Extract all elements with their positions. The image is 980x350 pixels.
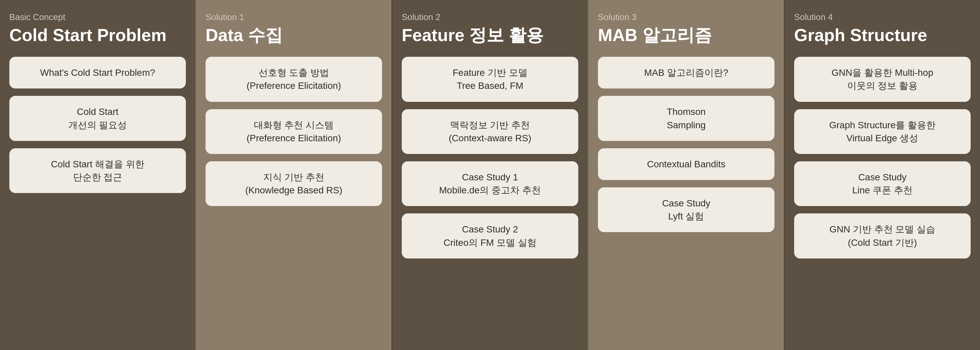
cards-list-5: GNN을 활용한 Multi-hop이웃의 정보 활용Graph Structu… xyxy=(794,57,970,259)
column-title-4: MAB 알고리즘 xyxy=(598,26,775,45)
card-2-3[interactable]: 지식 기반 추천(Knowledge Based RS) xyxy=(205,161,382,206)
column-subtitle-1: Basic Concept xyxy=(10,12,186,22)
main-layout: Basic ConceptCold Start ProblemWhat's Co… xyxy=(0,0,980,350)
card-text-1-1: What's Cold Start Problem? xyxy=(16,66,179,79)
card-text-5-3: Case StudyLine 쿠폰 추천 xyxy=(801,171,964,197)
card-text-4-4: Case StudyLyft 실험 xyxy=(605,197,768,223)
column-header-1: Basic ConceptCold Start Problem xyxy=(10,12,186,45)
card-text-4-2: ThomsonSampling xyxy=(605,105,768,131)
column-subtitle-4: Solution 3 xyxy=(598,12,775,22)
card-5-2[interactable]: Graph Structure를 활용한Virtual Edge 생성 xyxy=(794,109,970,154)
card-1-1[interactable]: What's Cold Start Problem? xyxy=(10,57,186,88)
card-4-3[interactable]: Contextual Bandits xyxy=(598,148,775,180)
card-5-1[interactable]: GNN을 활용한 Multi-hop이웃의 정보 활용 xyxy=(794,57,970,102)
column-5: Solution 4Graph StructureGNN을 활용한 Multi-… xyxy=(784,0,980,350)
card-3-2[interactable]: 맥락정보 기반 추천(Context-aware RS) xyxy=(402,109,578,154)
card-text-1-3: Cold Start 해결을 위한단순한 접근 xyxy=(16,158,179,184)
column-header-3: Solution 2Feature 정보 활용 xyxy=(402,12,578,45)
column-header-5: Solution 4Graph Structure xyxy=(794,12,970,45)
card-2-2[interactable]: 대화형 추천 시스템(Preference Elicitation) xyxy=(205,109,382,154)
card-4-2[interactable]: ThomsonSampling xyxy=(598,96,775,141)
column-subtitle-2: Solution 1 xyxy=(205,12,382,22)
column-3: Solution 2Feature 정보 활용Feature 기반 모델Tree… xyxy=(391,0,588,350)
card-text-2-2: 대화형 추천 시스템(Preference Elicitation) xyxy=(212,118,375,145)
cards-list-4: MAB 알고리즘이란?ThomsonSamplingContextual Ban… xyxy=(598,57,775,232)
card-text-5-2: Graph Structure를 활용한Virtual Edge 생성 xyxy=(801,118,964,145)
card-4-1[interactable]: MAB 알고리즘이란? xyxy=(598,57,775,88)
cards-list-3: Feature 기반 모델Tree Based, FM맥락정보 기반 추천(Co… xyxy=(402,57,578,259)
column-title-5: Graph Structure xyxy=(794,26,970,45)
card-2-1[interactable]: 선호형 도출 방법(Preference Elicitation) xyxy=(205,57,382,102)
card-text-4-1: MAB 알고리즘이란? xyxy=(605,66,768,79)
card-5-3[interactable]: Case StudyLine 쿠폰 추천 xyxy=(794,161,970,206)
card-1-3[interactable]: Cold Start 해결을 위한단순한 접근 xyxy=(10,148,186,193)
column-subtitle-5: Solution 4 xyxy=(794,12,970,22)
cards-list-1: What's Cold Start Problem?Cold Start개선의 … xyxy=(10,57,186,193)
card-3-1[interactable]: Feature 기반 모델Tree Based, FM xyxy=(402,57,578,102)
column-2: Solution 1Data 수집선호형 도출 방법(Preference El… xyxy=(195,0,391,350)
card-1-2[interactable]: Cold Start개선의 필요성 xyxy=(10,96,186,141)
card-text-5-4: GNN 기반 추천 모델 실습(Cold Start 기반) xyxy=(801,223,964,249)
card-text-3-1: Feature 기반 모델Tree Based, FM xyxy=(409,66,571,92)
card-3-4[interactable]: Case Study 2Criteo의 FM 모델 실험 xyxy=(402,213,578,258)
column-header-4: Solution 3MAB 알고리즘 xyxy=(598,12,775,45)
column-title-3: Feature 정보 활용 xyxy=(402,26,578,45)
card-text-5-1: GNN을 활용한 Multi-hop이웃의 정보 활용 xyxy=(801,66,964,92)
card-text-2-1: 선호형 도출 방법(Preference Elicitation) xyxy=(212,66,375,92)
card-5-4[interactable]: GNN 기반 추천 모델 실습(Cold Start 기반) xyxy=(794,213,970,258)
column-header-2: Solution 1Data 수집 xyxy=(205,12,382,45)
column-subtitle-3: Solution 2 xyxy=(402,12,578,22)
cards-list-2: 선호형 도출 방법(Preference Elicitation)대화형 추천 … xyxy=(205,57,382,206)
card-4-4[interactable]: Case StudyLyft 실험 xyxy=(598,187,775,232)
column-4: Solution 3MAB 알고리즘MAB 알고리즘이란?ThomsonSamp… xyxy=(588,0,784,350)
card-text-3-3: Case Study 1Mobile.de의 중고차 추천 xyxy=(409,171,571,197)
column-title-1: Cold Start Problem xyxy=(10,26,186,45)
card-text-4-3: Contextual Bandits xyxy=(605,158,768,171)
column-1: Basic ConceptCold Start ProblemWhat's Co… xyxy=(0,0,195,350)
card-3-3[interactable]: Case Study 1Mobile.de의 중고차 추천 xyxy=(402,161,578,206)
column-title-2: Data 수집 xyxy=(205,26,382,45)
card-text-1-2: Cold Start개선의 필요성 xyxy=(16,105,179,131)
card-text-3-4: Case Study 2Criteo의 FM 모델 실험 xyxy=(409,223,571,249)
card-text-2-3: 지식 기반 추천(Knowledge Based RS) xyxy=(212,171,375,197)
card-text-3-2: 맥락정보 기반 추천(Context-aware RS) xyxy=(409,118,571,145)
